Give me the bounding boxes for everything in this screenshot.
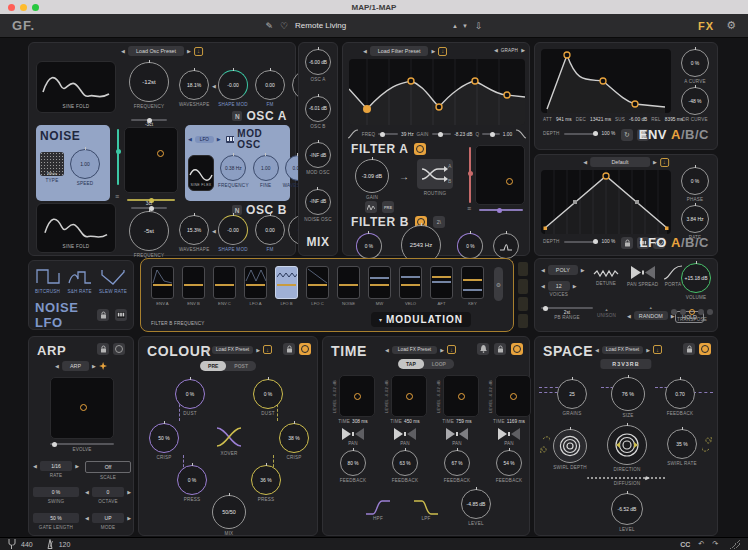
time-tap-loop-toggle[interactable]: TAPLOOP xyxy=(398,359,454,369)
arp-rate-control[interactable]: ◀1/16▶ RATE xyxy=(33,461,79,478)
tap3-time[interactable]: 759 ms xyxy=(456,419,472,424)
space-swirl-rate-knob[interactable]: 35 %SWIRL RATE xyxy=(667,429,697,466)
cc-midi-button[interactable]: CC xyxy=(680,541,690,548)
pb-range-slider[interactable]: 2st PB RANGE xyxy=(541,307,593,320)
lfo-depth-slider[interactable]: DEPTH 100 % xyxy=(543,239,615,244)
mod-slot-noise[interactable]: NOISE xyxy=(337,266,360,306)
time-sync-bell-icon[interactable] xyxy=(477,343,489,355)
osc-a-frequency-knob[interactable]: -12st FREQUENCY xyxy=(129,62,169,109)
save-preset-icon[interactable]: ⇩ xyxy=(475,21,483,31)
metronome-icon[interactable] xyxy=(46,539,54,549)
space-diffusion-slider[interactable]: DIFFUSION xyxy=(587,477,667,486)
pad-menu-icon[interactable]: ≡ xyxy=(115,193,119,200)
pan-spread-control[interactable]: PAN SPREAD xyxy=(627,265,658,287)
filter-routing-button[interactable]: AB ROUTING xyxy=(417,159,453,196)
space-feedback-knob[interactable]: 0.70FEEDBACK xyxy=(665,379,695,416)
tap1-pan-icon[interactable] xyxy=(341,427,365,441)
mod-scrollbar[interactable]: ⚙ xyxy=(494,267,503,301)
env-sustain-value[interactable]: -6.00 dB xyxy=(629,117,647,122)
space-mode-pill[interactable]: R3V3RB xyxy=(600,359,651,369)
colour-preset-save-icon[interactable]: ↓ xyxy=(263,345,272,354)
edit-icon[interactable]: ✎ xyxy=(265,21,273,31)
tempo-value[interactable]: 120 xyxy=(59,541,71,548)
noise-mod-vslider[interactable] xyxy=(117,129,119,185)
tap1-time[interactable]: 308 ms xyxy=(352,419,368,424)
noise-lfo-bitcrush[interactable]: BITCRUSH xyxy=(35,267,60,294)
noise-lfo-sh-rate[interactable]: S&H RATE xyxy=(67,267,91,294)
mod-osc-src-next-icon[interactable]: ▶ xyxy=(217,136,221,142)
keyboard-icon[interactable] xyxy=(226,136,235,143)
envelope-graph[interactable] xyxy=(541,49,671,113)
filter-preset-next-icon[interactable]: ▶ xyxy=(431,48,435,54)
colour-mix-knob[interactable]: 50/50MIX xyxy=(212,495,246,536)
env-release-value[interactable]: 8395 ms xyxy=(665,117,683,122)
porta-control[interactable]: PORTA xyxy=(663,264,683,287)
lowpass-icon[interactable] xyxy=(515,129,527,139)
mod-slot-key[interactable]: KEY xyxy=(461,266,484,306)
voices-plus-icon[interactable]: ▶ xyxy=(573,283,577,289)
osc-preset-next-icon[interactable]: ▶ xyxy=(187,48,191,54)
tap4-time[interactable]: 1169 ms xyxy=(507,419,525,424)
preset-next-icon[interactable]: ▼ xyxy=(462,23,468,29)
filter-xy-pad[interactable] xyxy=(475,145,525,205)
tap4-feedback-knob[interactable]: 54 %FEEDBACK xyxy=(496,450,522,483)
space-preset-save-icon[interactable]: ↓ xyxy=(653,345,662,354)
noise-type-selector[interactable]: White TYPE xyxy=(40,152,64,183)
space-grains-knob[interactable]: 25GRAINS xyxy=(557,379,587,416)
env-attack-value[interactable]: 941 ms xyxy=(556,117,572,122)
eq-gain-slider[interactable] xyxy=(432,133,452,135)
space-swirl-depth-knob[interactable]: SWIRL DEPTH xyxy=(553,429,587,470)
arp-gate-control[interactable]: 50 % GATE LENGTH xyxy=(33,513,79,530)
xy-pad-cursor[interactable] xyxy=(157,150,164,157)
arp-scale-control[interactable]: Off SCALE xyxy=(85,461,131,480)
noise-lfo-keytrack-icon[interactable] xyxy=(115,309,127,321)
osc-a-wave-display[interactable]: SINE FOLD xyxy=(36,61,116,113)
tap3-pan-icon[interactable] xyxy=(445,427,469,441)
mod-slot-mw[interactable]: MW xyxy=(368,266,391,306)
time-power-button[interactable] xyxy=(511,343,523,355)
colour-left-crisp-knob[interactable]: 50 %CRISP xyxy=(149,423,179,460)
filter-preset-save-icon[interactable]: ↓ xyxy=(438,47,447,56)
settings-gear-icon[interactable]: ⚙ xyxy=(726,19,736,32)
time-preset-next-icon[interactable]: ▶ xyxy=(440,347,444,353)
tap2-level[interactable]: LEVEL -6.02 dB xyxy=(384,380,389,413)
osc-preset-selector[interactable]: Load Osc Preset xyxy=(128,46,184,56)
eq-q-slider[interactable] xyxy=(482,133,500,135)
detune-control[interactable]: DETUNE xyxy=(593,269,619,286)
filter-a-power-button[interactable] xyxy=(414,143,426,155)
space-preset-selector[interactable]: Load FX Preset xyxy=(602,346,643,354)
noise-lfo-slew-rate[interactable]: SLEW RATE xyxy=(99,267,127,294)
arp-mode-control[interactable]: ◀UP▶ MODE xyxy=(85,513,131,530)
osc-a-waveshape-knob[interactable]: 18.1% WAVESHAPE xyxy=(179,70,209,107)
lfo-preset-prev-icon[interactable]: ◀ xyxy=(583,159,587,165)
tuning-fork-icon[interactable] xyxy=(8,539,16,549)
mod-osc-source[interactable]: LFO xyxy=(195,136,214,143)
lfo-preset-next-icon[interactable]: ▶ xyxy=(653,159,657,165)
osc-preset-prev-icon[interactable]: ◀ xyxy=(121,48,125,54)
mod-slot-env-b[interactable]: ENV B xyxy=(182,266,205,306)
env-dr-curve-knob[interactable]: -48 % DR CURVE xyxy=(681,87,709,122)
osc-a-shape-mod-knob[interactable]: -0.00 SHAPE MOD xyxy=(218,70,248,107)
osc-b-fine-slider[interactable]: 3ct xyxy=(131,201,167,209)
filter-view-next-icon[interactable]: ▶ xyxy=(521,47,525,53)
colour-lock-icon[interactable] xyxy=(283,343,295,355)
lfo-tabs[interactable]: LFO A/B/C xyxy=(639,235,709,250)
preset-prev-icon[interactable]: ▲ xyxy=(452,23,458,29)
arp-preset-prev-icon[interactable]: ◀ xyxy=(55,363,59,369)
osc-xy-pad[interactable] xyxy=(124,127,178,193)
noise-lfo-lock-icon[interactable] xyxy=(97,309,109,321)
osc-b-waveshape-knob[interactable]: 15.3% WAVESHAPE xyxy=(179,215,209,252)
mod-osc-fine-knob[interactable]: 1.00 FINE xyxy=(253,155,279,188)
osc-preset-save-icon[interactable]: ↓ xyxy=(194,47,203,56)
colour-right-dust-knob[interactable]: 0 %DUST xyxy=(253,379,283,416)
mod-slot-lfo-a[interactable]: LFO A xyxy=(244,266,267,306)
filter-pre-badge[interactable]: PRE xyxy=(382,201,394,213)
colour-left-press-knob[interactable]: 0 %PRESS xyxy=(177,465,207,502)
tap4-level[interactable]: LEVEL -6.02 dB xyxy=(488,380,493,413)
mod-osc-src-prev-icon[interactable]: ◀ xyxy=(188,136,192,142)
space-lock-icon[interactable] xyxy=(683,343,695,355)
arp-preset-next-icon[interactable]: ▶ xyxy=(92,363,96,369)
mod-slot-lfo-c[interactable]: LFO C xyxy=(306,266,329,306)
mod-slot-lfo-b[interactable]: LFO B xyxy=(275,266,298,306)
tap1-feedback-knob[interactable]: 80 %FEEDBACK xyxy=(340,450,366,483)
